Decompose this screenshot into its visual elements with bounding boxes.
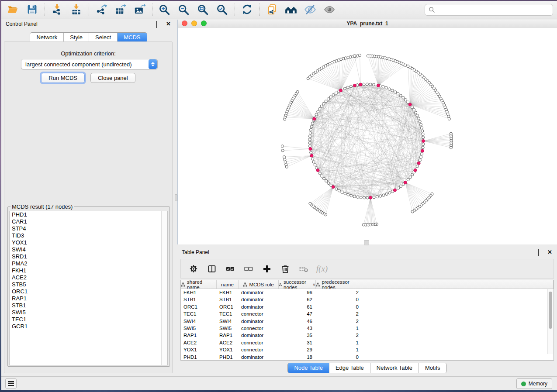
column-header-shared-name[interactable]: shared name bbox=[181, 280, 217, 289]
memory-button[interactable]: Memory bbox=[516, 378, 552, 389]
zoom-out-button[interactable] bbox=[176, 3, 191, 17]
close-table-panel-button[interactable]: ✕ bbox=[547, 250, 553, 255]
column-header-label: MCDS role bbox=[249, 282, 273, 287]
checked-boxes-icon bbox=[225, 265, 235, 273]
zoom-in-button[interactable] bbox=[157, 3, 172, 17]
tab-style[interactable]: Style bbox=[64, 33, 89, 42]
table-row[interactable]: ACE2ACE2connector311 bbox=[181, 339, 554, 346]
create-column-button[interactable] bbox=[261, 263, 273, 275]
table-row[interactable]: SWI5SWI5connector431 bbox=[181, 325, 554, 332]
export-image-button[interactable] bbox=[132, 3, 147, 17]
open-session-button[interactable] bbox=[5, 3, 20, 17]
mcds-result-item[interactable]: GCR1 bbox=[10, 323, 167, 330]
zoom-fit-icon bbox=[197, 3, 209, 16]
export-network-icon bbox=[95, 3, 107, 15]
tab-edge-table[interactable]: Edge Table bbox=[329, 363, 370, 373]
mcds-result-item[interactable]: STB5 bbox=[10, 281, 167, 288]
control-panel: Control Panel ✕ NetworkStyleSelectMCDS O… bbox=[1, 18, 176, 376]
mcds-result-item[interactable]: SRD1 bbox=[10, 253, 167, 260]
eye-icon bbox=[323, 3, 336, 16]
mcds-result-item[interactable]: SWI5 bbox=[10, 309, 167, 316]
mcds-result-item[interactable]: ACE2 bbox=[10, 274, 167, 281]
tab-motifs[interactable]: Motifs bbox=[419, 363, 446, 373]
criterion-dropdown[interactable]: largest connected component (undirected) bbox=[21, 59, 158, 69]
table-scrollbar-thumb[interactable] bbox=[549, 292, 552, 329]
zoom-fit-button[interactable] bbox=[195, 3, 210, 17]
mcds-result-item[interactable]: TEC1 bbox=[10, 316, 167, 323]
open-folder-icon bbox=[7, 4, 18, 15]
table-row[interactable]: RAP1RAP1dominator352 bbox=[181, 332, 554, 339]
mcds-result-item[interactable]: ORC1 bbox=[10, 288, 167, 295]
mcds-result-item[interactable]: PHD1 bbox=[10, 211, 167, 218]
cell: 2 bbox=[316, 318, 362, 325]
first-neighbors-button[interactable] bbox=[284, 3, 298, 17]
column-header-predecessor-nodes[interactable]: predecessor nodes bbox=[316, 280, 362, 289]
column-header-MCDS-role[interactable]: MCDS role bbox=[239, 280, 279, 289]
tab-network[interactable]: Network bbox=[30, 33, 64, 42]
mcds-result-item[interactable]: CAR1 bbox=[10, 218, 167, 225]
zoom-selected-button[interactable] bbox=[214, 3, 229, 17]
tab-select[interactable]: Select bbox=[89, 33, 118, 42]
mcds-result-item[interactable]: RAP1 bbox=[10, 295, 167, 302]
delete-table-button[interactable] bbox=[298, 263, 309, 275]
float-panel-button[interactable] bbox=[156, 21, 162, 27]
cell: SWI5 bbox=[217, 325, 239, 332]
result-list-scrollbar[interactable] bbox=[161, 211, 167, 365]
shared-column-icon bbox=[316, 282, 320, 287]
table-row[interactable]: ORC1ORC1dominator610 bbox=[181, 303, 554, 310]
select-all-button[interactable] bbox=[225, 263, 236, 275]
export-network-button[interactable] bbox=[93, 3, 108, 17]
import-network-button[interactable] bbox=[49, 3, 64, 17]
table-row[interactable]: TEC1TEC1connector472 bbox=[181, 310, 554, 317]
table-mode-button[interactable] bbox=[188, 263, 199, 275]
cell: 1 bbox=[316, 325, 362, 332]
mcds-result-item[interactable]: TID3 bbox=[10, 232, 167, 239]
shared-column-icon bbox=[243, 282, 247, 287]
search-input[interactable] bbox=[438, 5, 553, 15]
mcds-result-item[interactable]: STB1 bbox=[10, 302, 167, 309]
cell: connector bbox=[239, 310, 279, 317]
tab-network-table[interactable]: Network Table bbox=[370, 363, 419, 373]
close-panel-button-mcds[interactable]: Close panel bbox=[90, 73, 135, 83]
save-session-button[interactable] bbox=[24, 3, 39, 17]
shared-column-icon bbox=[181, 282, 185, 287]
import-table-button[interactable] bbox=[69, 3, 83, 17]
cell: ORC1 bbox=[181, 303, 217, 310]
table-row[interactable]: PHD1PHD1dominator180 bbox=[181, 354, 554, 361]
table-panel-titlebar: Table Panel ✕ bbox=[177, 247, 557, 258]
mcds-result-item[interactable]: STP4 bbox=[10, 225, 167, 232]
mcds-result-item[interactable]: YOX1 bbox=[10, 239, 167, 246]
table-row[interactable]: STB1STB1dominator620 bbox=[181, 296, 554, 303]
search-icon bbox=[429, 7, 435, 13]
tab-mcds[interactable]: MCDS bbox=[118, 33, 146, 42]
run-mcds-button[interactable]: Run MCDS bbox=[41, 73, 85, 83]
function-builder-button[interactable]: f(x) bbox=[316, 263, 328, 275]
network-graph-canvas[interactable] bbox=[178, 28, 557, 244]
hide-selected-button[interactable] bbox=[303, 3, 318, 17]
cell: 29 bbox=[279, 346, 316, 353]
refresh-layout-button[interactable] bbox=[239, 3, 254, 17]
close-panel-button[interactable]: ✕ bbox=[166, 21, 171, 27]
mcds-result-item[interactable]: FKH1 bbox=[10, 267, 167, 274]
share-network-document-button[interactable] bbox=[264, 3, 279, 17]
table-row[interactable]: FKH1FKH1dominator962 bbox=[181, 289, 554, 296]
table-toolbar: f(x) bbox=[180, 259, 554, 279]
deselect-all-button[interactable] bbox=[243, 263, 254, 275]
export-table-button[interactable] bbox=[113, 3, 128, 17]
show-columns-button[interactable] bbox=[206, 263, 218, 275]
cell: ACE2 bbox=[181, 339, 217, 346]
table-row[interactable]: SWI4SWI4dominator462 bbox=[181, 318, 554, 325]
mcds-result-item[interactable]: SWI4 bbox=[10, 246, 167, 253]
float-table-panel-button[interactable] bbox=[538, 250, 543, 255]
float-icon bbox=[156, 21, 157, 28]
show-all-button[interactable] bbox=[322, 3, 337, 17]
status-menu-button[interactable] bbox=[5, 378, 17, 389]
cell: ACE2 bbox=[217, 339, 239, 346]
column-header-name[interactable]: name bbox=[217, 280, 239, 289]
column-header-successor-nodes[interactable]: successor nodes∨ bbox=[279, 280, 316, 289]
tab-node-table[interactable]: Node Table bbox=[288, 363, 329, 373]
table-row[interactable]: YOX1YOX1connector291 bbox=[181, 346, 554, 353]
delete-columns-button[interactable] bbox=[280, 263, 291, 275]
mcds-result-item[interactable]: PMA2 bbox=[10, 260, 167, 267]
table-scrollbar[interactable] bbox=[547, 289, 553, 354]
